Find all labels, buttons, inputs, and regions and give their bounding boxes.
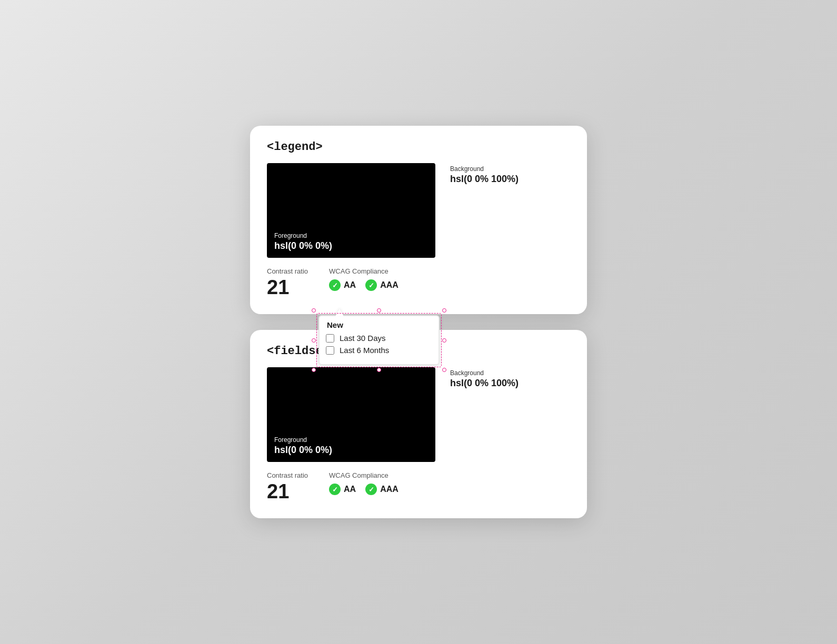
fieldset-bg-value: hsl(0 0% 100%) <box>450 378 519 388</box>
legend-metrics-row: Contrast ratio 21 WCAG Compliance AA AAA <box>267 267 570 297</box>
fieldset-metrics-row: Contrast ratio 21 WCAG Compliance AA AAA <box>267 471 570 501</box>
legend-wcag-section: WCAG Compliance AA AAA <box>329 267 398 291</box>
bubble-tail <box>335 309 344 316</box>
fieldset-bg-label: Background <box>450 369 519 377</box>
fieldset-aaa-label: AAA <box>380 485 398 494</box>
legend-bg-label: Background <box>450 165 519 173</box>
legend-fg-value: hsl(0 0% 0%) <box>274 240 332 251</box>
fieldset-aa-badge: AA <box>329 484 356 495</box>
legend-color-row: Foreground hsl(0 0% 0%) Background hsl(0… <box>267 163 570 258</box>
checkbox-last-6-months-label: Last 6 Months <box>340 346 389 355</box>
legend-wcag-badges: AA AAA <box>329 279 398 291</box>
fieldset-wcag-badges: AA AAA <box>329 484 398 495</box>
legend-bg-value: hsl(0 0% 100%) <box>450 174 519 184</box>
checkbox-last-30-days[interactable]: Last 30 Days <box>326 334 432 343</box>
floating-menu-title: New <box>327 320 432 329</box>
fieldset-contrast-label: Contrast ratio <box>267 471 308 479</box>
legend-color-preview: Foreground hsl(0 0% 0%) <box>267 163 435 258</box>
legend-fg-label-area: Foreground hsl(0 0% 0%) <box>274 232 332 251</box>
legend-wcag-label: WCAG Compliance <box>329 267 398 275</box>
fieldset-color-preview: Foreground hsl(0 0% 0%) <box>267 367 435 462</box>
fieldset-fg-value: hsl(0 0% 0%) <box>274 445 332 455</box>
checkbox-last-30-days-label: Last 30 Days <box>340 334 386 343</box>
fieldset-aa-label: AA <box>344 485 356 494</box>
fieldset-contrast-section: Contrast ratio 21 <box>267 471 308 501</box>
legend-card: <legend> Foreground hsl(0 0% 0%) Backgro… <box>250 126 587 314</box>
fieldset-aaa-check-icon <box>365 484 377 495</box>
fieldset-fg-label: Foreground <box>274 436 332 444</box>
fieldset-aaa-badge: AAA <box>365 484 398 495</box>
checkbox-last-6-months[interactable]: Last 6 Months <box>326 346 432 355</box>
checkbox-last-6-months-input[interactable] <box>326 346 334 355</box>
checkbox-last-30-days-input[interactable] <box>326 334 334 343</box>
fieldset-color-row: Foreground hsl(0 0% 0%) Background hsl(0… <box>267 367 570 462</box>
floating-menu-wrapper: New Last 30 Days Last 6 Months <box>318 315 440 365</box>
fieldset-contrast-value: 21 <box>267 481 308 501</box>
legend-aaa-label: AAA <box>380 280 398 290</box>
legend-aa-check-icon <box>329 279 341 291</box>
fieldset-wcag-label: WCAG Compliance <box>329 471 398 479</box>
legend-aa-label: AA <box>344 280 356 290</box>
fieldset-fg-label-area: Foreground hsl(0 0% 0%) <box>274 436 332 456</box>
fieldset-wcag-section: WCAG Compliance AA AAA <box>329 471 398 495</box>
legend-aa-badge: AA <box>329 279 356 291</box>
legend-contrast-section: Contrast ratio 21 <box>267 267 308 297</box>
floating-menu-box: New Last 30 Days Last 6 Months <box>318 315 440 365</box>
legend-card-title: <legend> <box>267 140 570 154</box>
legend-aaa-badge: AAA <box>365 279 398 291</box>
legend-contrast-label: Contrast ratio <box>267 267 308 275</box>
legend-bg-label-area: Background hsl(0 0% 100%) <box>450 163 519 185</box>
fieldset-aa-check-icon <box>329 484 341 495</box>
legend-aaa-check-icon <box>365 279 377 291</box>
fieldset-bg-label-area: Background hsl(0 0% 100%) <box>450 367 519 389</box>
legend-contrast-value: 21 <box>267 277 308 297</box>
legend-fg-label: Foreground <box>274 232 332 239</box>
